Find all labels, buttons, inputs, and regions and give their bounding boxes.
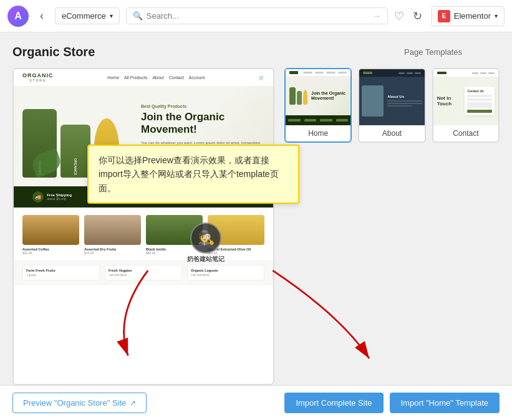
mini-logo: ORGANIC STORE <box>22 73 54 82</box>
product-img-1 <box>22 215 79 245</box>
hero-title: Join the Organic Movement! <box>141 111 264 136</box>
thumb-about-header <box>359 69 424 77</box>
cat-sub-2: I am text block... <box>109 274 178 277</box>
thumb-hero-title: Join the OrganicMovement! <box>311 91 345 102</box>
thumb-nav-home <box>286 69 350 77</box>
template-label-home: Home <box>286 125 350 141</box>
page-title: Organic Store <box>12 45 95 59</box>
preview-inner: ORGANIC STORE Home All Products About Co… <box>14 69 273 384</box>
template-label-about: About <box>359 125 424 141</box>
watermark: 🕵 奶爸建站笔记 <box>187 222 225 264</box>
cat-title-3: Organic Legume <box>191 269 261 272</box>
cat-title-1: Farm Fresh Fruits <box>26 269 96 272</box>
thumb-bottle-1 <box>289 87 296 105</box>
annotation-text: 你可以选择Preview查看演示效果，或者直接import导入整个网站或者只导入… <box>99 155 279 193</box>
cat-title-2: Fresh Veggies <box>109 269 178 272</box>
page-templates-label: Page Templates <box>404 47 462 57</box>
thumb-logo <box>289 71 298 74</box>
thumb-about-img <box>362 85 384 117</box>
template-card-home[interactable]: Join the OrganicMovement! Home <box>284 68 352 143</box>
products-grid: Assorted Coffee $20.00 Assorted Dry Frui… <box>22 215 264 255</box>
import-home-button[interactable]: Import "Home" Template <box>390 393 500 413</box>
template-card-contact[interactable]: Not In Touch Contact Us Contact <box>432 68 500 143</box>
thumb-about: About Us <box>359 69 424 125</box>
thumb-bottle-3 <box>303 90 307 105</box>
back-button[interactable]: ‹ <box>35 7 49 25</box>
elementor-label: Elementor <box>454 11 491 21</box>
thumb-contact: Not In Touch Contact Us <box>433 69 498 125</box>
thumb-contact-body: Not In Touch Contact Us <box>433 77 498 125</box>
hero-tagline: Best Quality Products <box>141 104 264 108</box>
preview-site-label: Preview "Organic Store" Site <box>23 398 126 408</box>
thumb-bottles <box>289 87 307 105</box>
main-content: Organic Store Page Templates ORGANIC STO… <box>0 32 512 385</box>
mini-nav-links: Home All Products About Contact Account <box>107 75 205 80</box>
preview-site-button[interactable]: Preview "Organic Store" Site ↗ <box>12 393 147 413</box>
annotation-box: 你可以选择Preview查看演示效果，或者直接import导入整个网站或者只导入… <box>87 145 299 204</box>
elementor-chevron-icon: ▾ <box>495 12 498 19</box>
product-img-2 <box>84 215 141 245</box>
mini-nav-actions: 🛒 <box>259 75 264 80</box>
product-card-1[interactable]: Assorted Coffee $20.00 <box>22 215 79 255</box>
dropdown-label: eCommerce <box>62 11 106 21</box>
template-label-contact: Contact <box>433 125 498 141</box>
page-header: Organic Store Page Templates <box>12 45 500 59</box>
product-price-2: $70.00 <box>84 251 141 255</box>
category-card-1[interactable]: Farm Fresh Fruits 1 group <box>22 265 100 280</box>
thumb-bottle-2 <box>297 91 302 105</box>
thumb-contact-form: Contact Us <box>465 87 495 115</box>
chevron-down-icon: ▾ <box>110 12 113 19</box>
search-icon: 🔍 <box>133 11 143 21</box>
toolbar-right: ♡ ↻ E Elementor ▾ <box>394 6 505 26</box>
refresh-button[interactable]: ↻ <box>413 9 422 23</box>
thumb-about-body: About Us <box>359 77 424 125</box>
search-submit-icon[interactable]: → <box>373 11 381 21</box>
cat-sub-3: I am text block... <box>191 274 261 277</box>
wishlist-button[interactable]: ♡ <box>394 9 404 23</box>
mini-categories: Farm Fresh Fruits 1 group Fresh Veggies … <box>14 260 273 285</box>
external-link-icon: ↗ <box>130 399 136 408</box>
product-card-2[interactable]: Assorted Dry Fruits $70.00 <box>84 215 141 255</box>
category-card-3[interactable]: Organic Legume I am text block... <box>187 265 264 280</box>
cat-sub-1: 1 group <box>26 274 96 277</box>
toolbar: A ‹ eCommerce ▾ 🔍 → ♡ ↻ E Elementor ▾ <box>0 0 512 32</box>
thumb-home: Join the OrganicMovement! <box>286 69 350 125</box>
watermark-text: 奶爸建站笔记 <box>187 255 225 264</box>
preview-panel: ORGANIC STORE Home All Products About Co… <box>12 68 274 385</box>
template-card-about[interactable]: About Us About <box>358 68 425 143</box>
product-mid-img: ORGANICS <box>60 125 90 178</box>
templates-grid: Join the OrganicMovement! Home <box>284 68 500 143</box>
templates-panel: Join the OrganicMovement! Home <box>284 68 500 385</box>
thumb-dark-strip <box>286 115 350 125</box>
thumb-hero-text: Join the OrganicMovement! <box>311 91 345 102</box>
bottom-bar: Preview "Organic Store" Site ↗ Import Co… <box>0 385 512 420</box>
logo-icon[interactable]: A <box>7 6 29 27</box>
search-input[interactable] <box>147 11 369 21</box>
elementor-dropdown[interactable]: E Elementor ▾ <box>431 6 505 26</box>
mini-products: Assorted Coffee $20.00 Assorted Dry Frui… <box>14 208 273 260</box>
thumb-contact-header <box>433 69 498 77</box>
import-complete-button[interactable]: Import Complete Site <box>284 393 383 413</box>
search-bar: 🔍 → <box>126 7 388 24</box>
elementor-icon: E <box>438 10 450 22</box>
import-buttons: Import Complete Site Import "Home" Templ… <box>284 393 500 413</box>
thumb-about-text: About Us <box>387 95 422 108</box>
watermark-avatar: 🕵 <box>190 222 221 254</box>
mini-logo-sub: STORE <box>29 79 46 82</box>
content-area: ORGANIC STORE Home All Products About Co… <box>12 68 500 385</box>
thumb-hero: Join the OrganicMovement! <box>286 77 350 115</box>
category-dropdown[interactable]: eCommerce ▾ <box>55 7 120 24</box>
watermark-emoji: 🕵 <box>198 230 215 246</box>
category-card-2[interactable]: Fresh Veggies I am text block... <box>105 265 182 280</box>
product-price-1: $20.00 <box>22 251 79 255</box>
banner-item-shipping: 🚚 Free Shipping above $5 only <box>32 191 72 203</box>
shipping-icon: 🚚 <box>32 191 44 203</box>
mini-logo-text: ORGANIC <box>22 73 54 79</box>
mini-nav: ORGANIC STORE Home All Products About Co… <box>14 69 273 87</box>
